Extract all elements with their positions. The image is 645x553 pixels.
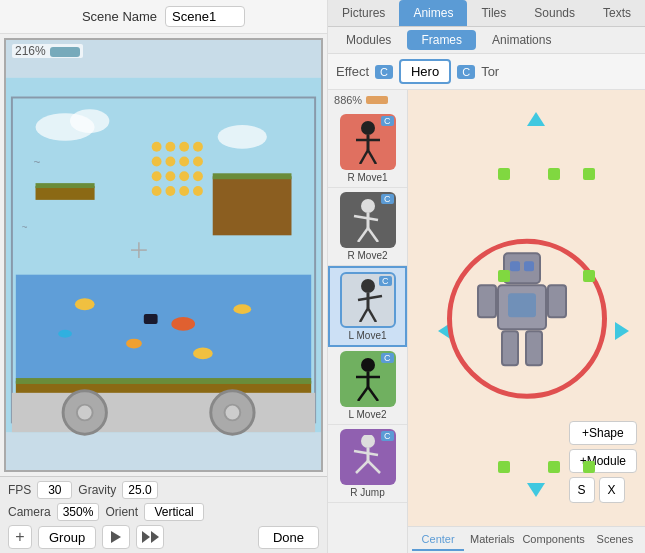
scene-label: Scene Name [82, 9, 157, 24]
handle-bot-left[interactable] [498, 461, 510, 473]
camera-label: Camera [8, 505, 51, 519]
svg-rect-12 [165, 157, 175, 167]
tab-materials[interactable]: Materials [466, 529, 518, 551]
handle-mid-left[interactable] [498, 270, 510, 282]
svg-rect-25 [16, 275, 311, 383]
svg-rect-75 [548, 285, 566, 317]
sub-tab-frames[interactable]: Frames [407, 30, 476, 50]
handle-bot-center[interactable] [548, 461, 560, 473]
svg-line-47 [360, 150, 368, 164]
anim-name-rmove2: R Move2 [348, 250, 388, 261]
tab-components[interactable]: Components [520, 529, 586, 551]
tab-tiles[interactable]: Tiles [467, 0, 520, 26]
handle-top-center[interactable] [548, 168, 560, 180]
sub-tabs: Modules Frames Animations [328, 27, 645, 54]
svg-line-57 [360, 308, 368, 322]
gravity-label: Gravity [78, 483, 116, 497]
svg-rect-39 [12, 393, 315, 432]
anim-item-rmove1[interactable]: C R Move1 [328, 110, 407, 188]
effect-label: Effect [336, 64, 369, 79]
svg-rect-5 [36, 186, 95, 200]
svg-rect-11 [152, 157, 162, 167]
svg-rect-19 [152, 186, 162, 196]
left-panel: Scene Name 216% [0, 0, 327, 553]
svg-rect-9 [179, 142, 189, 152]
handle-top-left[interactable] [498, 168, 510, 180]
svg-rect-7 [152, 142, 162, 152]
svg-rect-16 [165, 171, 175, 181]
fps-value: 30 [37, 481, 72, 499]
handle-top-right[interactable] [583, 168, 595, 180]
svg-rect-14 [193, 157, 203, 167]
tab-pictures[interactable]: Pictures [328, 0, 399, 26]
handle-bot-right[interactable] [583, 461, 595, 473]
add-button[interactable]: + [8, 525, 32, 549]
tab-sounds[interactable]: Sounds [520, 0, 589, 26]
play-fast-button[interactable] [136, 525, 164, 549]
svg-point-44 [361, 121, 375, 135]
svg-rect-74 [478, 285, 496, 317]
svg-rect-34 [144, 314, 158, 324]
svg-line-68 [368, 461, 380, 473]
svg-rect-77 [526, 331, 542, 365]
scene-header: Scene Name [0, 0, 327, 34]
shape-button[interactable]: +Shape [569, 421, 637, 445]
svg-rect-76 [502, 331, 518, 365]
tab-scenes[interactable]: Scenes [589, 529, 641, 551]
game-scene: ~ ~ [6, 40, 321, 470]
x-button[interactable]: X [599, 477, 625, 503]
svg-line-58 [368, 308, 376, 322]
tab-texts[interactable]: Texts [589, 0, 645, 26]
svg-rect-73 [508, 293, 536, 317]
svg-rect-71 [524, 261, 534, 271]
svg-point-29 [171, 317, 195, 331]
anim-item-lmove2[interactable]: C L Move2 [328, 347, 407, 425]
s-button[interactable]: S [569, 477, 595, 503]
svg-point-59 [361, 358, 375, 372]
animation-list: 886% C R Move1 [328, 90, 408, 553]
preview-area: +Shape +Module S X Center Materials Comp… [408, 90, 645, 553]
hero-selector[interactable]: Hero [399, 59, 451, 84]
svg-text:~: ~ [22, 221, 28, 232]
svg-point-33 [193, 348, 213, 360]
bottom-controls: FPS 30 Gravity 25.0 Camera 350% Orient V… [0, 476, 327, 553]
hero-c-badge[interactable]: C [457, 65, 475, 79]
svg-rect-24 [213, 173, 292, 179]
side-buttons: +Shape +Module S X [569, 421, 637, 503]
effect-c-badge[interactable]: C [375, 65, 393, 79]
sub-tab-animations[interactable]: Animations [478, 30, 565, 50]
scene-name-input[interactable] [165, 6, 245, 27]
svg-text:~: ~ [34, 155, 41, 169]
svg-point-41 [77, 405, 93, 421]
tab-animes[interactable]: Animes [399, 0, 467, 26]
module-button[interactable]: +Module [569, 449, 637, 473]
anim-thumb-lmove1: C [340, 272, 396, 328]
svg-line-48 [368, 150, 376, 164]
group-button[interactable]: Group [38, 526, 96, 549]
svg-rect-27 [16, 378, 311, 384]
sub-tab-modules[interactable]: Modules [332, 30, 405, 50]
orient-label: Orient [105, 505, 138, 519]
svg-point-4 [218, 125, 267, 149]
svg-rect-15 [152, 171, 162, 181]
main-content: 886% C R Move1 [328, 90, 645, 553]
play-button[interactable] [102, 525, 130, 549]
anim-item-rmove2[interactable]: C R Move2 [328, 188, 407, 266]
anim-item-rjump[interactable]: C R Jump [328, 425, 407, 503]
stats-row: FPS 30 Gravity 25.0 [8, 481, 319, 499]
svg-rect-13 [179, 157, 189, 167]
anim-thumb-rjump: C [340, 429, 396, 485]
svg-point-30 [233, 304, 251, 314]
svg-line-67 [356, 461, 368, 473]
action-row: + Group Done [8, 525, 319, 549]
tab-center[interactable]: Center [412, 529, 464, 551]
handle-mid-right[interactable] [583, 270, 595, 282]
gravity-value: 25.0 [122, 481, 157, 499]
selector-row: Effect C Hero C Tor [328, 54, 645, 90]
svg-line-62 [358, 387, 368, 401]
play-icon [111, 531, 121, 543]
svg-rect-17 [179, 171, 189, 181]
done-button[interactable]: Done [258, 526, 319, 549]
svg-point-43 [225, 405, 241, 421]
anim-item-lmove1[interactable]: C L Move1 [328, 266, 407, 347]
